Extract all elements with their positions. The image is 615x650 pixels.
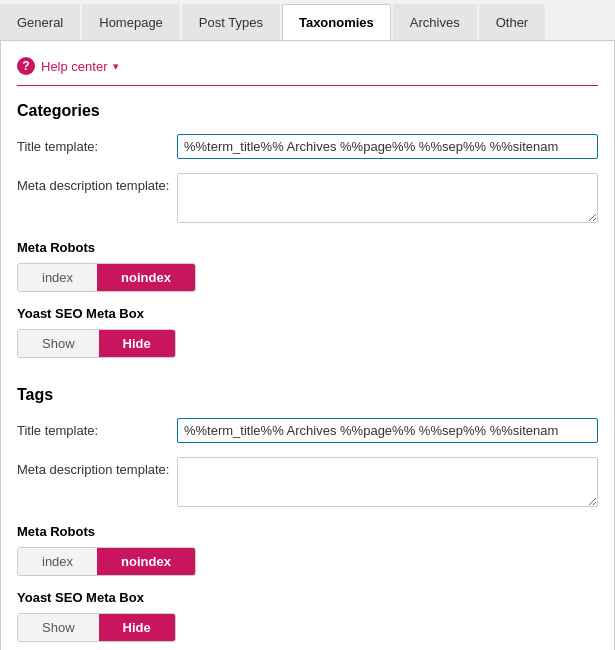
tags-meta-robots-label: Meta Robots xyxy=(17,524,598,539)
categories-meta-robots-toggle: index noindex xyxy=(17,263,196,292)
tags-index-button[interactable]: index xyxy=(18,548,97,575)
tags-meta-robots-toggle: index noindex xyxy=(17,547,196,576)
tab-taxonomies[interactable]: Taxonomies xyxy=(282,4,391,40)
categories-meta-desc-label: Meta description template: xyxy=(17,173,177,193)
tags-section: Tags Title template: Meta description te… xyxy=(17,386,598,650)
tags-hide-button[interactable]: Hide xyxy=(99,614,175,641)
categories-title-label: Title template: xyxy=(17,134,177,154)
categories-title-template-row: Title template: xyxy=(17,134,598,159)
categories-hide-button[interactable]: Hide xyxy=(99,330,175,357)
content-area: ? Help center ▾ Categories Title templat… xyxy=(0,41,615,650)
categories-noindex-button[interactable]: noindex xyxy=(97,264,195,291)
tab-other[interactable]: Other xyxy=(479,4,546,40)
categories-section: Categories Title template: Meta descript… xyxy=(17,102,598,372)
categories-index-button[interactable]: index xyxy=(18,264,97,291)
categories-title-input[interactable] xyxy=(177,134,598,159)
categories-show-button[interactable]: Show xyxy=(18,330,99,357)
categories-yoast-label: Yoast SEO Meta Box xyxy=(17,306,598,321)
categories-title: Categories xyxy=(17,102,598,120)
help-center-link[interactable]: Help center xyxy=(41,59,107,74)
tags-yoast-label: Yoast SEO Meta Box xyxy=(17,590,598,605)
tab-general[interactable]: General xyxy=(0,4,80,40)
categories-meta-desc-wrapper xyxy=(177,173,598,226)
help-icon: ? xyxy=(17,57,35,75)
categories-meta-desc-input[interactable] xyxy=(177,173,598,223)
tab-homepage[interactable]: Homepage xyxy=(82,4,180,40)
tags-noindex-button[interactable]: noindex xyxy=(97,548,195,575)
categories-yoast-toggle: Show Hide xyxy=(17,329,176,358)
tags-meta-desc-input[interactable] xyxy=(177,457,598,507)
tags-title-template-row: Title template: xyxy=(17,418,598,443)
tabs-bar: General Homepage Post Types Taxonomies A… xyxy=(0,0,615,41)
tab-archives[interactable]: Archives xyxy=(393,4,477,40)
tab-post-types[interactable]: Post Types xyxy=(182,4,280,40)
tags-yoast-toggle: Show Hide xyxy=(17,613,176,642)
chevron-down-icon: ▾ xyxy=(113,60,119,73)
tags-title-input[interactable] xyxy=(177,418,598,443)
categories-title-input-wrapper xyxy=(177,134,598,159)
tags-show-button[interactable]: Show xyxy=(18,614,99,641)
tags-meta-desc-row: Meta description template: xyxy=(17,457,598,510)
categories-meta-desc-row: Meta description template: xyxy=(17,173,598,226)
tags-title: Tags xyxy=(17,386,598,404)
tags-meta-desc-label: Meta description template: xyxy=(17,457,177,477)
tags-title-label: Title template: xyxy=(17,418,177,438)
tags-meta-desc-wrapper xyxy=(177,457,598,510)
tags-title-input-wrapper xyxy=(177,418,598,443)
help-center-bar: ? Help center ▾ xyxy=(17,57,598,86)
categories-meta-robots-label: Meta Robots xyxy=(17,240,598,255)
